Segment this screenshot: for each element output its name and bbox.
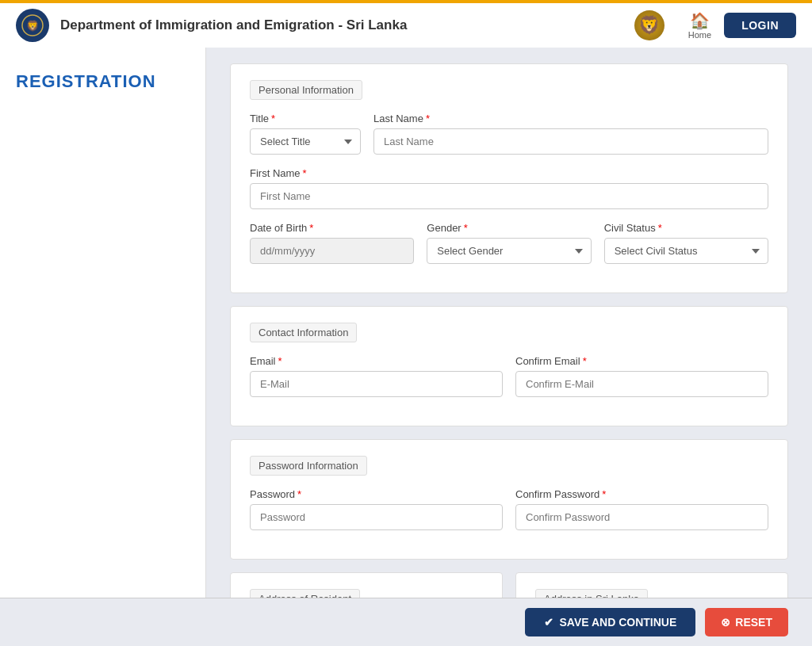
svg-text:🦁: 🦁 [26, 19, 40, 32]
password-label: Password* [250, 488, 503, 500]
home-icon: 🏠 [690, 11, 710, 30]
title-label: Title* [250, 113, 361, 124]
logo-icon: 🦁 [16, 9, 49, 42]
email-row: Email* Confirm Email* [250, 355, 768, 397]
header: 🦁 Department of Immigration and Emigrati… [0, 0, 812, 48]
header-nav: 🏠 Home LOGIN [688, 11, 796, 40]
gender-select[interactable]: Select Gender Male Female Other [427, 238, 591, 264]
email-input[interactable] [250, 371, 503, 397]
civil-status-col: Civil Status* Select Civil Status Single… [604, 222, 768, 264]
personal-section-label: Personal Information [250, 80, 362, 100]
personal-info-section: Personal Information Title* Select Title… [230, 63, 788, 293]
first-name-input[interactable] [250, 183, 768, 209]
gender-col: Gender* Select Gender Male Female Other [427, 222, 591, 264]
confirm-email-label: Confirm Email* [515, 355, 768, 367]
footer-bar: ✔ SAVE AND CONTINUE ⊗ RESET [0, 598, 812, 646]
sidebar: REGISTRATION [0, 48, 206, 646]
gender-label: Gender* [427, 222, 591, 234]
password-col: Password* [250, 488, 503, 530]
email-label: Email* [250, 355, 503, 367]
registration-title: REGISTRATION [16, 71, 190, 92]
main-content: Personal Information Title* Select Title… [206, 48, 812, 646]
save-continue-button[interactable]: ✔ SAVE AND CONTINUE [525, 608, 696, 636]
confirm-password-input[interactable] [515, 504, 768, 530]
last-name-input[interactable] [373, 128, 768, 155]
reset-icon: ⊗ [721, 616, 730, 629]
password-row: Password* Confirm Password* [250, 488, 768, 530]
last-name-label: Last Name* [373, 113, 768, 124]
dob-gender-civil-row: Date of Birth* Gender* Select Gender Mal… [250, 222, 768, 264]
dob-col: Date of Birth* [250, 222, 414, 264]
lastname-col: Last Name* [373, 113, 768, 155]
contact-section-label: Contact Information [250, 323, 357, 342]
main-layout: REGISTRATION Personal Information Title*… [0, 48, 812, 646]
header-title: Department of Immigration and Emigration… [60, 17, 634, 33]
firstname-group: First Name* [250, 167, 768, 209]
dob-label: Date of Birth* [250, 222, 414, 234]
civil-status-select[interactable]: Select Civil Status Single Married Divor… [604, 238, 768, 264]
email-col: Email* [250, 355, 503, 397]
first-name-label: First Name* [250, 167, 768, 179]
home-nav[interactable]: 🏠 Home [688, 11, 711, 40]
dob-input[interactable] [250, 238, 414, 264]
home-label: Home [688, 30, 711, 40]
reset-label: RESET [735, 616, 772, 629]
title-select[interactable]: Select Title Mr Mrs Miss Dr Prof [250, 128, 361, 155]
confirm-email-col: Confirm Email* [515, 355, 768, 397]
confirm-password-col: Confirm Password* [515, 488, 768, 530]
password-info-section: Password Information Password* Confirm P… [230, 439, 788, 560]
confirm-password-label: Confirm Password* [515, 488, 768, 500]
title-lastname-row: Title* Select Title Mr Mrs Miss Dr Prof … [250, 113, 768, 155]
civil-status-label: Civil Status* [604, 222, 768, 234]
title-col: Title* Select Title Mr Mrs Miss Dr Prof [250, 113, 361, 155]
reset-button[interactable]: ⊗ RESET [705, 608, 788, 636]
password-section-label: Password Information [250, 456, 367, 476]
password-input[interactable] [250, 504, 503, 530]
emblem-icon: 🦁 [634, 10, 665, 40]
checkmark-icon: ✔ [544, 616, 553, 629]
save-continue-label: SAVE AND CONTINUE [560, 616, 677, 629]
login-button[interactable]: LOGIN [724, 13, 796, 38]
contact-info-section: Contact Information Email* Confirm Email… [230, 306, 788, 426]
confirm-email-input[interactable] [515, 371, 768, 397]
